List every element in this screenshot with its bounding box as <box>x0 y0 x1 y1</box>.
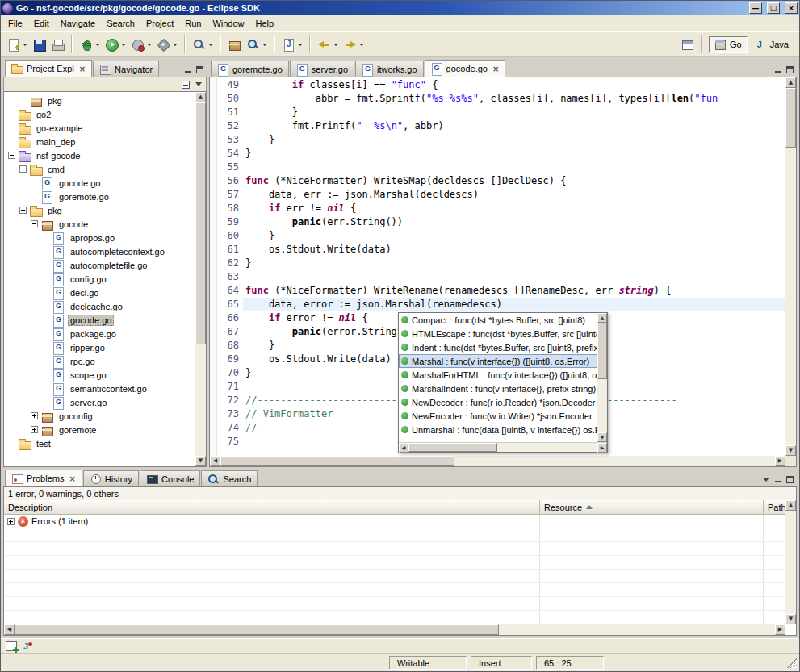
tree-item-gocode-go[interactable]: gocode.go <box>4 313 195 327</box>
column-header-description[interactable]: Description <box>4 500 540 515</box>
dropdown-arrow-icon[interactable] <box>208 44 213 46</box>
dropdown-arrow-icon[interactable] <box>333 44 338 46</box>
view-menu-icon[interactable] <box>195 82 202 86</box>
problems-horizontal-scrollbar[interactable]: ◀ ▶ <box>4 624 785 635</box>
table-row[interactable] <box>4 570 785 583</box>
tab-console[interactable]: Console <box>140 470 200 486</box>
tree-item-config-go[interactable]: config.go <box>4 272 195 286</box>
code-line[interactable]: os.Stdout.Write(data) <box>243 243 785 257</box>
scroll-left-icon[interactable]: ◀ <box>399 443 408 453</box>
completion-item[interactable]: MarshalForHTML : func(v interface{}) ([]… <box>399 368 597 382</box>
menu-project[interactable]: Project <box>140 16 179 31</box>
table-row[interactable] <box>4 556 785 570</box>
run-button[interactable] <box>103 35 128 54</box>
close-icon[interactable]: × <box>492 65 499 73</box>
completion-item[interactable]: Compact : func(dst *bytes.Buffer, src []… <box>399 313 597 327</box>
tree-item-pkg[interactable]: pkg <box>4 94 195 107</box>
scroll-right-icon[interactable]: ▶ <box>775 456 785 466</box>
menu-file[interactable]: File <box>2 16 28 31</box>
tree-item-cmd[interactable]: cmd <box>4 162 195 176</box>
tree-item-goremote-go[interactable]: goremote.go <box>4 190 195 203</box>
dropdown-arrow-icon[interactable] <box>262 44 267 46</box>
tree-item-goremote[interactable]: goremote <box>4 423 195 436</box>
tree-item-gocode[interactable]: gocode <box>4 217 195 231</box>
table-row[interactable] <box>4 583 785 597</box>
tree-item-go-example[interactable]: go-example <box>4 121 195 135</box>
forward-button[interactable] <box>341 35 366 54</box>
tree-item-test[interactable]: test <box>4 436 195 450</box>
close-icon[interactable]: × <box>79 65 86 73</box>
problems-vertical-scrollbar[interactable]: ▲ ▼ <box>785 500 796 624</box>
tree-item-declcache-go[interactable]: declcache.go <box>4 299 195 313</box>
collapse-icon[interactable] <box>19 165 27 173</box>
editor-horizontal-scrollbar[interactable]: ◀ ▶ <box>210 456 785 466</box>
dropdown-arrow-icon[interactable] <box>298 44 303 46</box>
collapse-icon[interactable] <box>8 152 15 159</box>
scroll-up-icon[interactable]: ▲ <box>785 500 796 511</box>
scrollbar-thumb[interactable] <box>15 624 499 635</box>
completion-item[interactable]: Unmarshal : func(data []uint8, v interfa… <box>399 423 597 436</box>
dropdown-arrow-icon[interactable] <box>121 44 126 46</box>
completion-item[interactable]: Indent : func(dst *bytes.Buffer, src []u… <box>399 340 597 354</box>
popup-vertical-scrollbar[interactable]: ▲ ▼ <box>597 313 607 442</box>
minimize-button[interactable]: — <box>749 2 762 14</box>
table-row[interactable] <box>4 528 785 542</box>
maximize-view-icon[interactable] <box>196 66 203 73</box>
code-line[interactable] <box>243 270 785 284</box>
tree-item-semanticcontext-go[interactable]: semanticcontext.go <box>4 382 195 395</box>
scroll-down-icon[interactable]: ▼ <box>785 445 796 456</box>
scroll-left-icon[interactable]: ◀ <box>210 456 220 466</box>
code-line[interactable]: } <box>243 106 785 119</box>
table-row[interactable] <box>4 611 785 624</box>
code-line[interactable]: } <box>243 147 785 161</box>
expand-icon[interactable] <box>7 518 15 525</box>
collapse-icon[interactable] <box>19 207 27 214</box>
editor-vertical-scrollbar[interactable]: ▲ ▼ <box>785 77 796 456</box>
tree-item-go2[interactable]: go2 <box>4 107 195 121</box>
code-line[interactable]: abbr = fmt.Sprintf("%s %s%s", classes[i]… <box>243 92 785 106</box>
minimize-view-icon[interactable] <box>184 66 191 73</box>
code-line[interactable]: data, err := json.Marshal(decldescs) <box>243 188 785 202</box>
scroll-up-icon[interactable]: ▲ <box>597 313 607 323</box>
new-button[interactable] <box>4 35 30 54</box>
menu-help[interactable]: Help <box>250 16 280 31</box>
menu-search[interactable]: Search <box>101 16 140 31</box>
tree-item-rpc-go[interactable]: rpc.go <box>4 354 195 368</box>
expand-icon[interactable] <box>31 412 38 419</box>
print-button[interactable] <box>48 35 67 54</box>
scrollbar-thumb[interactable] <box>408 443 497 452</box>
tree-item-nsf-gocode[interactable]: nsf-gocode <box>4 148 195 162</box>
open-type-button[interactable] <box>190 35 216 54</box>
tab-project-expl[interactable]: Project Expl× <box>5 60 92 77</box>
table-row[interactable] <box>4 542 785 556</box>
menu-window[interactable]: Window <box>207 16 249 31</box>
completion-item[interactable]: HTMLEscape : func(dst *bytes.Buffer, src… <box>399 327 597 340</box>
close-icon[interactable]: × <box>69 474 75 483</box>
perspective-java[interactable]: Java <box>749 36 794 53</box>
popup-horizontal-scrollbar[interactable]: ◀ ▶ <box>399 442 607 452</box>
search-button[interactable] <box>244 35 270 54</box>
menu-edit[interactable]: Edit <box>28 16 55 31</box>
tree-item-autocompletecontext-go[interactable]: autocompletecontext.go <box>4 244 195 258</box>
completion-item[interactable]: NewEncoder : func(w io.Writer) *json.Enc… <box>399 409 597 423</box>
scroll-right-icon[interactable]: ▶ <box>597 443 607 453</box>
jar-button[interactable] <box>225 35 244 54</box>
completion-item[interactable]: MarshalIndent : func(v interface{}, pref… <box>399 382 597 395</box>
dropdown-arrow-icon[interactable] <box>173 44 178 46</box>
tree-item-package-go[interactable]: package.go <box>4 327 195 340</box>
editor-tab-gocode-go[interactable]: gocode.go× <box>425 60 506 77</box>
completion-item[interactable]: NewDecoder : func(r io.Reader) *json.Dec… <box>399 395 597 409</box>
menu-navigate[interactable]: Navigate <box>55 16 101 31</box>
tab-search[interactable]: Search <box>201 470 258 486</box>
tree-item-goconfig[interactable]: goconfig <box>4 409 195 423</box>
completion-item[interactable]: Marshal : func(v interface{}) ([]uint8, … <box>399 354 597 368</box>
tree-item-main-dep[interactable]: main_dep <box>4 135 195 148</box>
tree-item-decl-go[interactable]: decl.go <box>4 286 195 299</box>
scroll-down-icon[interactable]: ▼ <box>195 456 206 466</box>
code-line[interactable]: fmt.Printf(" %s\n", abbr) <box>243 119 785 133</box>
scroll-up-icon[interactable]: ▲ <box>785 77 796 88</box>
scroll-left-icon[interactable]: ◀ <box>4 624 15 635</box>
code-line[interactable]: } <box>243 257 785 270</box>
dropdown-arrow-icon[interactable] <box>23 44 27 46</box>
scroll-right-icon[interactable]: ▶ <box>775 624 785 635</box>
